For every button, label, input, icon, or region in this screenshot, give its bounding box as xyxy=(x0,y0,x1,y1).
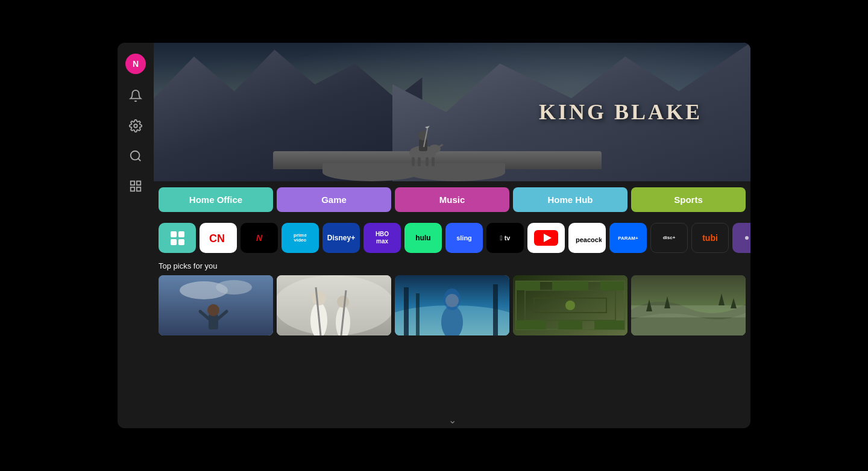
category-sports[interactable]: Sports xyxy=(631,187,746,212)
category-game[interactable]: Game xyxy=(277,187,391,212)
svg-rect-53 xyxy=(516,281,540,290)
svg-point-30 xyxy=(207,304,219,316)
svg-text:CN: CN xyxy=(209,232,225,245)
svg-point-23 xyxy=(745,236,749,240)
pick-card-5[interactable] xyxy=(631,275,746,335)
appletv-logo:  tv xyxy=(500,234,511,242)
svg-rect-29 xyxy=(209,314,218,329)
app-peacock[interactable]: peacock xyxy=(568,223,606,253)
netflix-logo: N xyxy=(256,233,262,243)
svg-point-36 xyxy=(312,291,326,305)
discovery-logo: disc+ xyxy=(663,235,676,241)
guide-icon[interactable] xyxy=(127,178,144,195)
settings-icon[interactable] xyxy=(127,117,144,134)
svg-rect-13 xyxy=(419,139,427,151)
svg-rect-54 xyxy=(552,281,588,290)
hbo-logo: HBOmax xyxy=(376,231,389,245)
svg-rect-44 xyxy=(493,284,498,335)
svg-rect-3 xyxy=(131,181,134,185)
notifications-icon[interactable] xyxy=(127,87,144,104)
app-sling[interactable]: sling xyxy=(445,223,483,253)
svg-point-59 xyxy=(565,301,575,310)
sidebar: N xyxy=(118,43,154,428)
rider-figure xyxy=(392,120,453,168)
svg-rect-8 xyxy=(412,157,415,166)
svg-point-1 xyxy=(131,151,140,160)
app-hbo[interactable]: HBOmax xyxy=(363,223,401,253)
tv-frame: N xyxy=(118,43,750,428)
main-content: KING BLAKE Home Office Game Music Home H… xyxy=(154,43,750,428)
svg-point-12 xyxy=(429,145,441,153)
sling-logo: sling xyxy=(456,234,472,242)
svg-rect-55 xyxy=(600,281,624,290)
top-picks-section: Top picks for you xyxy=(154,257,750,412)
svg-marker-16 xyxy=(425,126,430,129)
app-apple-tv[interactable]:  tv xyxy=(486,223,524,253)
app-disney[interactable]: Disney+ xyxy=(322,223,360,253)
app-prime[interactable]: prime video xyxy=(281,223,319,253)
app-discovery[interactable]: disc+ xyxy=(650,223,688,253)
prime-logo: prime video xyxy=(294,233,307,243)
picks-row xyxy=(159,275,746,335)
hulu-logo: hulu xyxy=(415,234,430,242)
disney-logo: Disney+ xyxy=(327,234,355,242)
svg-rect-9 xyxy=(418,157,421,166)
pick-card-1[interactable] xyxy=(159,275,273,335)
user-avatar[interactable]: N xyxy=(125,54,146,74)
svg-rect-56 xyxy=(516,320,546,329)
svg-point-0 xyxy=(134,124,137,128)
category-home-office[interactable]: Home Office xyxy=(159,187,273,212)
category-music[interactable]: Music xyxy=(395,187,509,212)
hero-banner[interactable]: KING BLAKE xyxy=(154,43,750,181)
svg-rect-11 xyxy=(432,157,435,166)
hero-title: KING BLAKE xyxy=(539,99,702,125)
svg-point-48 xyxy=(444,289,461,310)
svg-rect-6 xyxy=(137,187,140,191)
svg-rect-43 xyxy=(404,287,409,335)
app-youtube[interactable] xyxy=(527,223,565,253)
app-tubi[interactable]: tubi xyxy=(691,223,729,253)
svg-rect-45 xyxy=(416,293,420,335)
svg-rect-5 xyxy=(131,187,134,191)
category-home-hub[interactable]: Home Hub xyxy=(513,187,627,212)
app-more[interactable] xyxy=(732,223,750,253)
app-all-apps[interactable] xyxy=(159,223,196,253)
svg-line-2 xyxy=(138,158,140,161)
pick-card-4[interactable] xyxy=(513,275,627,335)
svg-rect-57 xyxy=(558,320,582,329)
pick-card-2[interactable] xyxy=(277,275,391,335)
svg-rect-58 xyxy=(594,320,624,329)
scroll-down-indicator[interactable]: ⌄ xyxy=(448,415,456,425)
apps-row: CN N prime video Disney+ HBOmax xyxy=(154,218,750,257)
svg-rect-4 xyxy=(137,181,140,185)
tubi-logo: tubi xyxy=(702,233,718,243)
app-paramount[interactable]: PARAM+ xyxy=(609,223,647,253)
svg-point-34 xyxy=(277,275,391,335)
svg-text:peacock: peacock xyxy=(576,236,602,243)
search-icon[interactable] xyxy=(127,148,144,164)
paramount-logo: PARAM+ xyxy=(618,236,638,241)
svg-point-38 xyxy=(337,296,349,308)
app-netflix[interactable]: N xyxy=(241,223,278,253)
top-picks-label: Top picks for you xyxy=(159,261,746,270)
svg-rect-10 xyxy=(426,157,429,166)
category-bar: Home Office Game Music Home Hub Sports xyxy=(154,181,750,218)
app-hulu[interactable]: hulu xyxy=(404,223,442,253)
pick-card-3[interactable] xyxy=(395,275,509,335)
svg-point-28 xyxy=(216,280,252,295)
app-cn[interactable]: CN xyxy=(200,223,237,253)
